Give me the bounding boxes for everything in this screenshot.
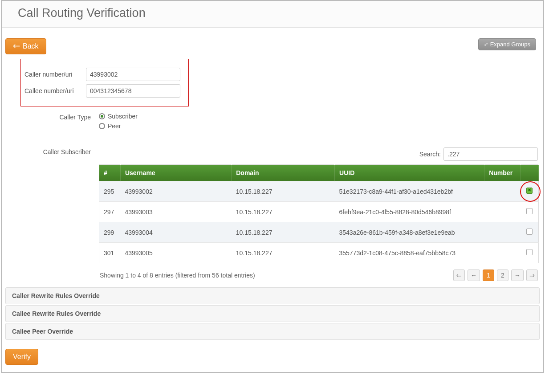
table-row[interactable]: 297 43993003 10.15.18.227 6febf9ea-21c0-… [99, 202, 539, 222]
table-row[interactable]: 301 43993005 10.15.18.227 355773d2-1c08-… [99, 243, 539, 263]
cell-uuid: 6febf9ea-21c0-4f55-8828-80d546b8998f [335, 202, 484, 222]
arrow-left-icon: 🡐 [13, 42, 20, 50]
verify-button[interactable]: Verify [5, 349, 38, 365]
search-label: Search: [419, 151, 441, 158]
cell-uuid: 355773d2-1c08-475c-8858-eaf75bb58c73 [335, 243, 484, 263]
page-2[interactable]: 2 [497, 270, 508, 281]
cell-number [484, 202, 521, 222]
verify-wrap: Verify [4, 341, 541, 368]
accordion-callee-peer[interactable]: Callee Peer Override [5, 323, 540, 340]
page-next[interactable]: → [511, 270, 524, 281]
table-info: Showing 1 to 4 of 8 entries (filtered fr… [100, 272, 255, 279]
app-window: Call Routing Verification 🡐 Back ⤢ Expan… [1, 0, 544, 373]
page-1[interactable]: 1 [483, 270, 494, 281]
caller-type-label: Caller Type [20, 113, 99, 121]
callee-row: Callee number/uri [24, 84, 185, 98]
caller-input[interactable] [86, 68, 180, 81]
cell-username: 43993003 [120, 202, 231, 222]
th-number[interactable]: Number [484, 165, 521, 181]
page-first[interactable]: ⇐ [453, 270, 465, 281]
radio-subscriber[interactable]: Subscriber [99, 113, 138, 120]
accordion-caller-rewrite[interactable]: Caller Rewrite Rules Override [5, 287, 540, 304]
select-checkbox[interactable] [526, 229, 533, 235]
top-row: 🡐 Back ⤢ Expand Groups [4, 32, 541, 54]
content: 🡐 Back ⤢ Expand Groups Caller number/uri… [2, 28, 543, 368]
page-prev[interactable]: ← [468, 270, 480, 281]
back-button[interactable]: 🡐 Back [5, 38, 46, 54]
header-bar: Call Routing Verification [2, 1, 543, 28]
radio-peer-label: Peer [108, 122, 121, 130]
th-uuid[interactable]: UUID [335, 165, 484, 181]
highlight-box: Caller number/uri Callee number/uri [20, 59, 189, 106]
cell-number [484, 181, 521, 202]
th-action [521, 165, 539, 181]
caller-row: Caller number/uri [24, 68, 185, 81]
cell-number [484, 222, 521, 243]
cell-number [484, 243, 521, 263]
radio-peer[interactable]: Peer [99, 122, 138, 130]
search-input[interactable] [443, 147, 538, 161]
cell-domain: 10.15.18.227 [232, 222, 335, 243]
verify-button-label: Verify [13, 353, 31, 361]
cell-action [521, 202, 539, 222]
expand-groups-button[interactable]: ⤢ Expand Groups [478, 38, 536, 50]
page-last[interactable]: ⇒ [526, 270, 538, 281]
cell-username: 43993002 [120, 181, 231, 202]
subscriber-block: Search: # Username Domain UUID Number [99, 147, 541, 281]
select-highlight [526, 188, 533, 194]
cell-uuid: 3543a26e-861b-459f-a348-a8ef3e1e9eab [335, 222, 484, 243]
caller-type-radios: Subscriber Peer [99, 113, 138, 132]
cell-action [521, 243, 539, 263]
cell-uuid: 51e32173-c8a9-44f1-af30-a1ed431eb2bf [335, 181, 484, 202]
accordion-callee-rewrite[interactable]: Callee Rewrite Rules Override [5, 305, 540, 322]
callee-label: Callee number/uri [24, 87, 86, 94]
cell-domain: 10.15.18.227 [232, 202, 335, 222]
cell-action [521, 181, 539, 202]
radio-dot-icon [99, 113, 105, 119]
expand-groups-label: Expand Groups [490, 41, 530, 48]
expand-icon: ⤢ [484, 41, 488, 47]
cell-idx: 297 [99, 202, 121, 222]
select-checkbox[interactable] [526, 188, 533, 194]
form-area: Caller number/uri Callee number/uri Call… [4, 54, 541, 281]
table-row[interactable]: 299 43993004 10.15.18.227 3543a26e-861b-… [99, 222, 539, 243]
select-checkbox[interactable] [526, 208, 533, 214]
cell-username: 43993004 [120, 222, 231, 243]
pager: ⇐ ← 1 2 → ⇒ [453, 270, 538, 281]
cell-username: 43993005 [120, 243, 231, 263]
accordion: Caller Rewrite Rules Override Callee Rew… [5, 287, 540, 340]
th-username[interactable]: Username [120, 165, 231, 181]
cell-idx: 301 [99, 243, 121, 263]
back-button-label: Back [23, 42, 39, 50]
subscriber-table: # Username Domain UUID Number 295 [99, 164, 539, 263]
radio-dot-icon [99, 123, 105, 129]
table-footer: Showing 1 to 4 of 8 entries (filtered fr… [99, 270, 539, 281]
page-title: Call Routing Verification [18, 6, 527, 20]
caller-label: Caller number/uri [24, 71, 86, 78]
th-domain[interactable]: Domain [232, 165, 335, 181]
radio-subscriber-label: Subscriber [108, 113, 138, 120]
th-idx[interactable]: # [99, 165, 121, 181]
caller-type-row: Caller Type Subscriber Peer [20, 113, 541, 132]
subscriber-section: Caller Subscriber Search: # Username Dom… [20, 147, 541, 281]
cell-action [521, 222, 539, 243]
search-row: Search: [99, 147, 539, 161]
cell-domain: 10.15.18.227 [232, 243, 335, 263]
cell-idx: 299 [99, 222, 121, 243]
cell-domain: 10.15.18.227 [232, 181, 335, 202]
select-checkbox[interactable] [526, 249, 533, 255]
cell-idx: 295 [99, 181, 121, 202]
table-row[interactable]: 295 43993002 10.15.18.227 51e32173-c8a9-… [99, 181, 539, 202]
callee-input[interactable] [86, 84, 180, 98]
caller-subscriber-label: Caller Subscriber [20, 147, 99, 155]
